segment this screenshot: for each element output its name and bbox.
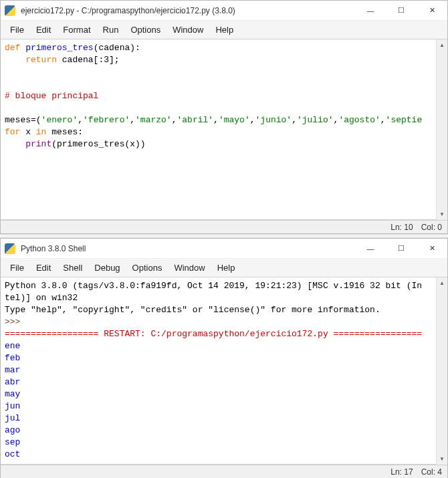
string: 'enero' xyxy=(41,115,78,125)
shell-titlebar[interactable]: Python 3.8.0 Shell — ☐ ✕ xyxy=(1,239,447,259)
banner-line: Type "help", "copyright", "credits" or "… xyxy=(5,305,380,315)
menu-debug[interactable]: Debug xyxy=(89,261,125,274)
menu-edit[interactable]: Edit xyxy=(31,23,56,36)
close-button[interactable]: ✕ xyxy=(417,1,447,21)
scroll-down-icon[interactable]: ▼ xyxy=(437,209,448,220)
string: 'febrero' xyxy=(83,115,130,125)
code-text: , xyxy=(292,115,297,125)
output-line: jul xyxy=(5,413,20,423)
output-line: ene xyxy=(5,341,20,351)
code-text: cadena[: xyxy=(57,55,104,65)
output-line: nov xyxy=(5,461,20,465)
status-line: Ln: 17 xyxy=(390,467,413,477)
status-col: Col: 4 xyxy=(421,467,442,477)
menu-help[interactable]: Help xyxy=(212,261,241,274)
string: 'mayo' xyxy=(219,115,250,125)
status-line: Ln: 10 xyxy=(390,223,413,232)
prompt: >>> xyxy=(5,317,20,327)
string: 'marzo' xyxy=(135,115,172,125)
code-text: , xyxy=(213,115,219,125)
func-name: primeros_tres xyxy=(20,43,93,53)
menu-run[interactable]: Run xyxy=(98,23,124,36)
code-text: 3 xyxy=(104,55,109,65)
shell-title: Python 3.8.0 Shell xyxy=(19,244,355,253)
kw-def: def xyxy=(5,43,20,53)
output-line: feb xyxy=(5,353,20,363)
shell-scrollbar[interactable]: ▲ ▼ xyxy=(436,277,447,465)
shell-output[interactable]: Python 3.8.0 (tags/v3.8.0:fa919fd, Oct 1… xyxy=(1,277,436,465)
window-controls: — ☐ ✕ xyxy=(355,1,447,21)
editor-menubar: File Edit Format Run Options Window Help xyxy=(1,21,447,39)
kw-in: in xyxy=(36,127,47,137)
menu-file[interactable]: File xyxy=(5,23,29,36)
output-line: oct xyxy=(5,449,20,459)
menu-window[interactable]: Window xyxy=(169,261,210,274)
code-text: (primeros_tres(x)) xyxy=(51,139,145,149)
code-text: , xyxy=(130,115,135,125)
python-icon xyxy=(5,5,15,16)
maximize-button[interactable]: ☐ xyxy=(386,239,417,259)
menu-format[interactable]: Format xyxy=(58,23,96,36)
comment: # bloque principal xyxy=(5,91,98,101)
scroll-up-icon[interactable]: ▲ xyxy=(437,277,448,289)
editor-scrollbar[interactable]: ▲ ▼ xyxy=(436,39,447,220)
string: 'abril' xyxy=(177,115,213,125)
status-col: Col: 0 xyxy=(421,223,442,232)
string: 'septie xyxy=(386,115,423,125)
output-line: sep xyxy=(5,437,20,447)
menu-options[interactable]: Options xyxy=(125,23,166,36)
minimize-button[interactable]: — xyxy=(355,1,386,21)
menu-options[interactable]: Options xyxy=(127,261,168,274)
code-text: ]; xyxy=(109,55,120,65)
output-line: abr xyxy=(5,377,20,387)
code-text: , xyxy=(380,115,386,125)
string: 'julio' xyxy=(297,115,334,125)
output-line: jun xyxy=(5,401,20,411)
menu-file[interactable]: File xyxy=(5,261,29,274)
menu-shell[interactable]: Shell xyxy=(58,261,88,274)
code-text: x xyxy=(20,127,35,137)
string: 'agosto' xyxy=(338,115,380,125)
code-text: meses=( xyxy=(5,115,41,125)
banner-line: tel)] on win32 xyxy=(5,293,78,303)
menu-edit[interactable]: Edit xyxy=(31,261,56,274)
menu-window[interactable]: Window xyxy=(167,23,209,36)
output-line: may xyxy=(5,389,20,399)
kw-return: return xyxy=(5,55,57,65)
code-text: , xyxy=(78,115,83,125)
window-controls: — ☐ ✕ xyxy=(355,239,447,259)
builtin-print: print xyxy=(5,139,51,149)
python-icon xyxy=(5,243,15,254)
editor-statusbar: Ln: 10 Col: 0 xyxy=(1,220,447,233)
editor-titlebar[interactable]: ejercicio172.py - C:/programaspython/eje… xyxy=(1,1,447,21)
output-line: ago xyxy=(5,425,20,435)
shell-menubar: File Edit Shell Debug Options Window Hel… xyxy=(1,259,447,277)
close-button[interactable]: ✕ xyxy=(417,239,447,259)
shell-statusbar: Ln: 17 Col: 4 xyxy=(1,465,447,478)
code-text: , xyxy=(250,115,255,125)
editor-title: ejercicio172.py - C:/programaspython/eje… xyxy=(19,6,355,15)
editor-window: ejercicio172.py - C:/programaspython/eje… xyxy=(0,0,448,234)
restart-line: ================== RESTART: C:/programas… xyxy=(5,329,422,339)
menu-help[interactable]: Help xyxy=(210,23,239,36)
output-line: mar xyxy=(5,365,20,375)
string: 'junio' xyxy=(255,115,292,125)
shell-window: Python 3.8.0 Shell — ☐ ✕ File Edit Shell… xyxy=(0,238,448,478)
code-text: meses: xyxy=(46,127,83,137)
kw-for: for xyxy=(5,127,20,137)
scroll-down-icon[interactable]: ▼ xyxy=(437,453,448,465)
code-text: (cadena): xyxy=(94,43,140,53)
code-editor[interactable]: def primeros_tres(cadena): return cadena… xyxy=(1,39,436,220)
minimize-button[interactable]: — xyxy=(355,239,386,259)
scroll-up-icon[interactable]: ▲ xyxy=(437,39,448,51)
banner-line: Python 3.8.0 (tags/v3.8.0:fa919fd, Oct 1… xyxy=(5,281,422,291)
maximize-button[interactable]: ☐ xyxy=(386,1,417,21)
